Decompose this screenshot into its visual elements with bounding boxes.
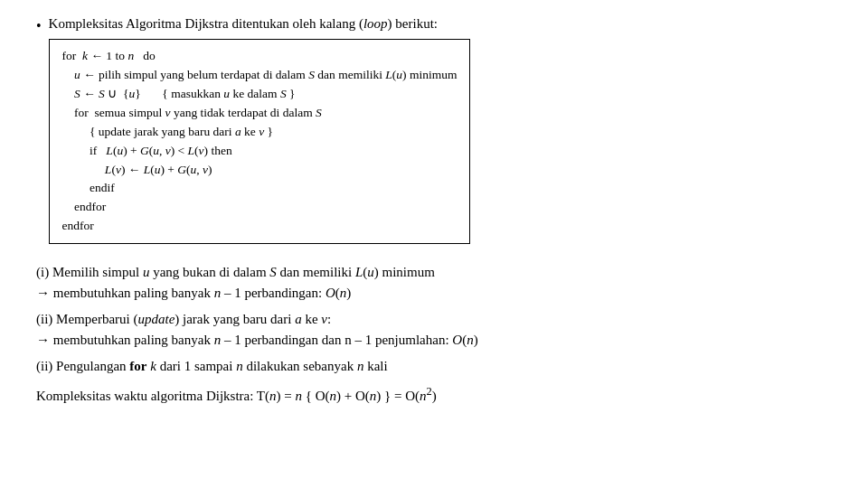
code-line-9: endfor xyxy=(62,198,458,217)
section-ii: (ii) Memperbarui (update) jarak yang bar… xyxy=(36,309,832,350)
section-iii: (ii) Pengulangan for k dari 1 sampai n d… xyxy=(36,356,832,377)
loop-word: loop xyxy=(363,16,388,31)
bullet-symbol: • xyxy=(36,16,42,36)
section-ii-text: (ii) Memperbarui (update) jarak yang bar… xyxy=(36,312,331,326)
code-line-10: endfor xyxy=(62,217,458,236)
section-ii-arrow: → membutuhkan paling banyak n – 1 perban… xyxy=(36,333,478,347)
code-line-8: endif xyxy=(62,179,458,198)
kompleksitas-text: Kompleksitas waktu algoritma Dijkstra: T… xyxy=(36,389,437,403)
section-i-text: (i) Memilih simpul u yang bukan di dalam… xyxy=(36,265,435,279)
bullet-content: Kompleksitas Algoritma Dijkstra ditentuk… xyxy=(49,16,832,253)
code-line-5: { update jarak yang baru dari a ke v } xyxy=(62,123,458,142)
section-kompleksitas: Kompleksitas waktu algoritma Dijkstra: T… xyxy=(36,383,832,407)
code-line-1: for k ← 1 to n do xyxy=(62,47,458,66)
code-box: for k ← 1 to n do u ← pilih simpul yang … xyxy=(49,39,471,244)
code-line-4: for semua simpul v yang tidak terdapat d… xyxy=(62,104,458,123)
bullet-point: • Kompleksitas Algoritma Dijkstra ditent… xyxy=(36,16,832,253)
section-i-arrow: → membutuhkan paling banyak n – 1 perban… xyxy=(36,286,351,300)
code-line-2: u ← pilih simpul yang belum terdapat di … xyxy=(62,66,458,85)
code-line-6: if L(u) + G(u, v) < L(v) then xyxy=(62,142,458,161)
code-line-7: L(v) ← L(u) + G(u, v) xyxy=(62,161,458,180)
section-iii-text: (ii) Pengulangan for k dari 1 sampai n d… xyxy=(36,359,388,373)
section-i: (i) Memilih simpul u yang bukan di dalam… xyxy=(36,262,832,303)
bullet-intro: Kompleksitas Algoritma Dijkstra ditentuk… xyxy=(49,16,438,31)
code-line-3: S ← S ∪ {u} { masukkan u ke dalam S } xyxy=(62,85,458,104)
